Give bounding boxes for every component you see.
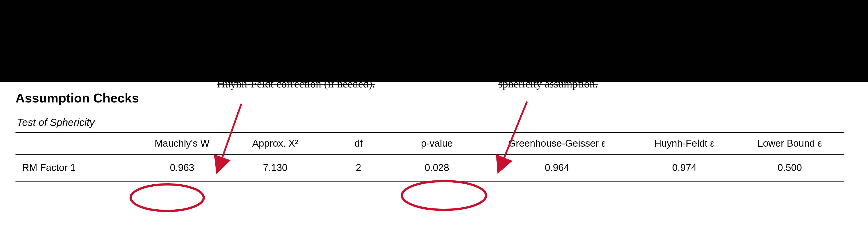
highlight-circle-pvalue xyxy=(402,181,486,210)
header-mauchly: Mauchly's W xyxy=(138,133,226,155)
header-lb: Lower Bound ε xyxy=(736,133,844,155)
table-header-row: Mauchly's W Approx. X² df p-value Greenh… xyxy=(16,133,844,155)
cell-chi: 7.130 xyxy=(226,154,324,181)
cell-gg: 0.964 xyxy=(481,154,633,181)
partial-annotation-right: sphericity assumption. xyxy=(498,77,598,90)
cell-rowlabel: RM Factor 1 xyxy=(16,154,138,181)
section-heading: Assumption Checks xyxy=(16,90,852,105)
page-root: Huynh-Feldt correction (if needed). sphe… xyxy=(0,0,868,231)
header-chi: Approx. X² xyxy=(226,133,324,155)
header-p: p-value xyxy=(393,133,481,155)
cell-p: 0.028 xyxy=(393,154,481,181)
cell-df: 2 xyxy=(324,154,393,181)
sphericity-table: Mauchly's W Approx. X² df p-value Greenh… xyxy=(16,132,844,182)
header-rowlabel xyxy=(16,133,138,155)
table-title: Test of Sphericity xyxy=(17,116,852,128)
content-area: Assumption Checks Test of Sphericity Mau… xyxy=(16,90,852,182)
header-gg: Greenhouse-Geisser ε xyxy=(481,133,633,155)
cell-mauchly: 0.963 xyxy=(138,154,226,181)
header-hf: Huynh-Feldt ε xyxy=(633,133,736,155)
header-df: df xyxy=(324,133,393,155)
cell-hf: 0.974 xyxy=(633,154,736,181)
table-row: RM Factor 1 0.963 7.130 2 0.028 0.964 0.… xyxy=(16,154,844,181)
cell-lb: 0.500 xyxy=(736,154,844,181)
partial-annotation-left: Huynh-Feldt correction (if needed). xyxy=(217,77,375,90)
highlight-circle-mauchly xyxy=(131,184,204,211)
black-overlay-bar xyxy=(0,0,868,82)
